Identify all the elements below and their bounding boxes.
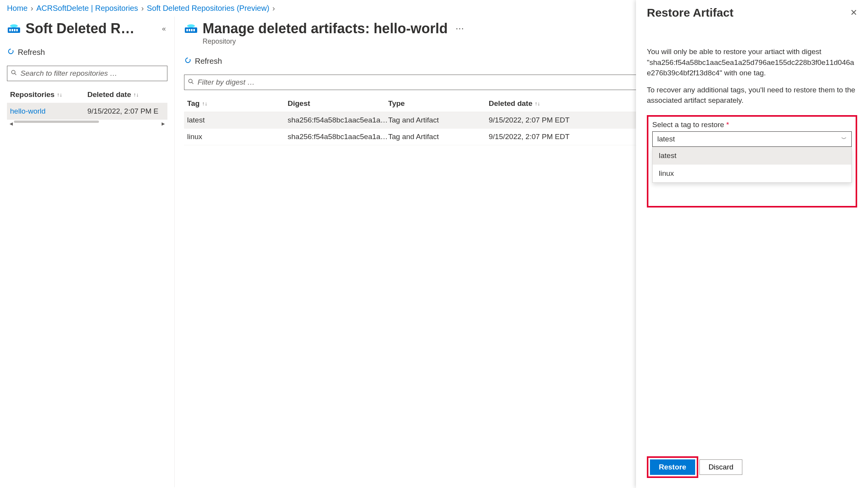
tag-dropdown-list: latest linux <box>652 147 852 183</box>
svg-rect-3 <box>14 29 15 31</box>
refresh-icon <box>184 56 192 66</box>
cell-tag: latest <box>187 116 288 124</box>
svg-rect-11 <box>191 29 193 31</box>
tag-option-latest[interactable]: latest <box>653 147 851 165</box>
svg-line-15 <box>192 82 193 84</box>
scroll-thumb[interactable] <box>14 121 99 123</box>
svg-point-14 <box>189 79 192 83</box>
repo-search-input[interactable] <box>7 66 167 81</box>
close-icon: ✕ <box>850 8 857 17</box>
sort-icon: ↑↓ <box>133 92 139 98</box>
sort-icon: ↑↓ <box>57 92 62 98</box>
breadcrumb-home[interactable]: Home <box>7 4 27 13</box>
refresh-left-button[interactable]: Refresh <box>7 48 45 57</box>
tag-select-dropdown[interactable]: latest ﹀ <box>652 131 852 147</box>
svg-point-13 <box>187 24 195 27</box>
repo-date: 9/15/2022, 2:07 PM E <box>87 107 164 116</box>
container-registry-icon <box>184 24 198 34</box>
cell-digest: sha256:f54a58bc1aac5ea1a25… <box>288 133 388 141</box>
restore-description-1: You will only be able to restore your ar… <box>647 46 857 78</box>
svg-rect-2 <box>12 29 13 31</box>
horizontal-scrollbar[interactable]: ◄ ► <box>7 120 167 128</box>
svg-point-6 <box>12 70 15 74</box>
svg-line-7 <box>15 73 16 75</box>
restore-artifact-pane: Restore Artifact ✕ You will only be able… <box>636 0 868 488</box>
search-icon <box>188 78 194 86</box>
side-pane-title: Restore Artifact <box>647 6 733 19</box>
cell-tag: linux <box>187 133 288 141</box>
refresh-label: Refresh <box>18 48 45 57</box>
breadcrumb-acr[interactable]: ACRSoftDelete | Repositories <box>36 4 138 13</box>
collapse-left-button[interactable]: « <box>160 23 167 34</box>
more-actions-button[interactable]: ⋯ <box>452 24 467 34</box>
scroll-right-icon[interactable]: ► <box>160 121 166 127</box>
svg-rect-9 <box>186 29 188 31</box>
sort-icon: ↑↓ <box>535 100 540 107</box>
col-deleted-date[interactable]: Deleted date ↑↓ <box>87 90 164 99</box>
col-tag[interactable]: Tag ↑↓ <box>187 99 288 108</box>
repo-row[interactable]: hello-world 9/15/2022, 2:07 PM E <box>7 103 167 120</box>
restore-description-2: To recover any additional tags, you'll n… <box>647 85 857 106</box>
refresh-main-button[interactable]: Refresh <box>184 56 222 66</box>
cell-digest: sha256:f54a58bc1aac5ea1a25… <box>288 116 388 124</box>
chevron-down-icon: ﹀ <box>841 136 847 143</box>
tag-option-linux[interactable]: linux <box>653 165 851 182</box>
scroll-left-icon[interactable]: ◄ <box>9 121 14 127</box>
cell-type: Tag and Artifact <box>388 116 489 124</box>
sort-icon: ↑↓ <box>202 100 207 107</box>
container-registry-icon <box>7 24 21 34</box>
refresh-icon <box>7 48 15 57</box>
col-repositories[interactable]: Repositories ↑↓ <box>10 90 87 99</box>
tag-select-highlight: Select a tag to restore * latest ﹀ lates… <box>647 115 857 207</box>
left-panel-title: Soft Deleted Re… <box>26 20 142 37</box>
restore-button-highlight: Restore <box>647 456 698 478</box>
col-digest[interactable]: Digest <box>288 99 388 108</box>
discard-button[interactable]: Discard <box>699 459 742 475</box>
close-pane-button[interactable]: ✕ <box>850 8 857 18</box>
refresh-label: Refresh <box>195 57 222 66</box>
repo-table: Repositories ↑↓ Deleted date ↑↓ hello-wo… <box>7 87 167 128</box>
svg-rect-4 <box>16 29 18 31</box>
chevron-right-icon: › <box>31 4 33 13</box>
chevron-right-icon: › <box>141 4 144 13</box>
svg-rect-10 <box>189 29 190 31</box>
search-icon <box>11 70 17 77</box>
restore-button[interactable]: Restore <box>650 459 695 475</box>
select-tag-label: Select a tag to restore * <box>652 121 852 129</box>
repo-name-link[interactable]: hello-world <box>10 107 87 116</box>
svg-rect-1 <box>9 29 11 31</box>
breadcrumb-softdeleted[interactable]: Soft Deleted Repositories (Preview) <box>147 4 269 13</box>
cell-type: Tag and Artifact <box>388 133 489 141</box>
left-panel: Soft Deleted Re… « Refresh Repositories … <box>0 17 175 487</box>
svg-point-5 <box>10 24 18 27</box>
col-type[interactable]: Type <box>388 99 489 108</box>
svg-rect-12 <box>193 29 195 31</box>
chevron-right-icon: › <box>273 4 275 13</box>
main-panel-title: Manage deleted artifacts: hello-world <box>203 20 448 37</box>
selected-tag-value: latest <box>657 135 675 143</box>
